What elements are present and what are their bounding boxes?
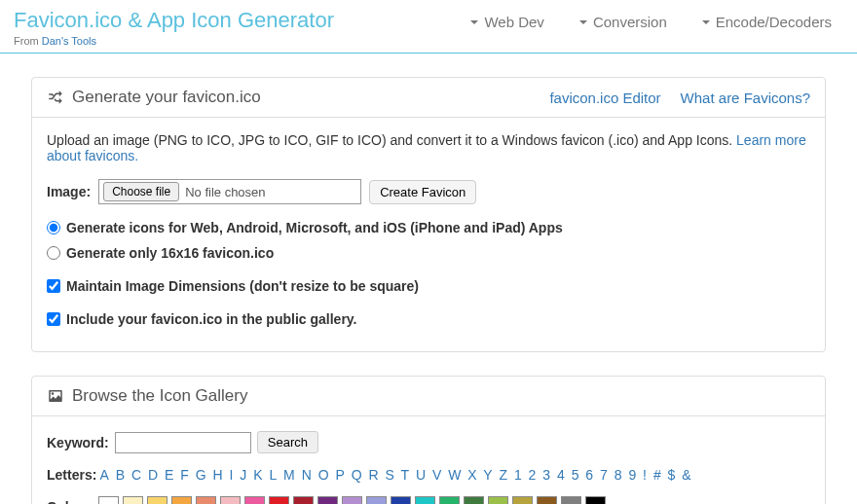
letter-link[interactable]: &: [682, 467, 690, 483]
letter-link[interactable]: 1: [514, 467, 522, 483]
color-swatch[interactable]: [366, 496, 387, 504]
color-swatch[interactable]: [585, 496, 606, 504]
generate-panel: Generate your favicon.ico favicon.ico Ed…: [31, 77, 826, 352]
color-swatch[interactable]: [464, 496, 484, 504]
maintain-dimensions-label: Maintain Image Dimensions (don't resize …: [66, 278, 419, 294]
generate-16-radio[interactable]: [47, 246, 60, 260]
letter-link[interactable]: V: [432, 467, 441, 483]
letters-label: Letters:: [47, 467, 96, 483]
letter-link[interactable]: S: [385, 467, 393, 483]
color-swatch[interactable]: [439, 496, 460, 504]
letter-link[interactable]: J: [240, 467, 246, 483]
color-swatch[interactable]: [512, 496, 533, 504]
color-swatch[interactable]: [317, 496, 338, 504]
color-swatch[interactable]: [220, 496, 241, 504]
letter-link[interactable]: 3: [542, 467, 550, 483]
letter-link[interactable]: W: [448, 467, 461, 483]
color-swatch[interactable]: [244, 496, 265, 504]
color-swatch[interactable]: [293, 496, 314, 504]
site-subtitle: From Dan's Tools: [14, 35, 334, 47]
color-swatch[interactable]: [171, 496, 192, 504]
letter-link[interactable]: 6: [585, 467, 593, 483]
choose-file-button[interactable]: Choose file: [103, 182, 179, 201]
letter-link[interactable]: H: [212, 467, 222, 483]
color-swatch[interactable]: [537, 496, 557, 504]
image-label: Image:: [47, 184, 91, 199]
color-swatch[interactable]: [342, 496, 362, 504]
letter-link[interactable]: 2: [529, 467, 537, 483]
generate-full-radio[interactable]: [47, 221, 60, 234]
letter-link[interactable]: 9: [628, 467, 636, 483]
keyword-input[interactable]: [115, 432, 251, 453]
letter-link[interactable]: 5: [572, 467, 579, 483]
favicon-editor-link[interactable]: favicon.ico Editor: [549, 90, 660, 106]
color-swatch[interactable]: [147, 496, 168, 504]
maintain-dimensions-checkbox[interactable]: [47, 279, 60, 293]
color-swatch[interactable]: [488, 496, 508, 504]
color-swatch[interactable]: [98, 496, 119, 504]
letter-link[interactable]: P: [335, 467, 344, 483]
letter-link[interactable]: 4: [557, 467, 565, 483]
dans-tools-link[interactable]: Dan's Tools: [42, 35, 96, 47]
letter-link[interactable]: K: [253, 467, 262, 483]
letter-link[interactable]: D: [148, 467, 158, 483]
include-gallery-checkbox[interactable]: [47, 312, 60, 326]
letter-link[interactable]: M: [283, 467, 295, 483]
letter-link[interactable]: N: [302, 467, 312, 483]
letter-link[interactable]: X: [467, 467, 476, 483]
nav-encode-decoders[interactable]: Encode/Decoders: [702, 14, 832, 30]
letter-link[interactable]: I: [229, 467, 233, 483]
color-swatch[interactable]: [391, 496, 411, 504]
gallery-heading-text: Browse the Icon Gallery: [72, 386, 247, 406]
letters-row: Letters: A B C D E F G H I J K L M N O P…: [47, 467, 810, 483]
search-button[interactable]: Search: [257, 431, 318, 453]
letter-link[interactable]: R: [368, 467, 378, 483]
nav-web-dev[interactable]: Web Dev: [470, 14, 543, 30]
intro-text: Upload an image (PNG to ICO, JPG to ICO,…: [47, 132, 810, 163]
color-swatch[interactable]: [123, 496, 143, 504]
site-title-link[interactable]: Favicon.ico & App Icon Generator: [14, 8, 334, 32]
file-status-text: No file chosen: [185, 185, 265, 199]
letter-link[interactable]: #: [653, 467, 661, 483]
generate-panel-heading: Generate your favicon.ico favicon.ico Ed…: [32, 78, 825, 118]
colors-label: Colors:: [47, 499, 94, 505]
letter-link[interactable]: !: [643, 467, 647, 483]
color-swatch[interactable]: [196, 496, 216, 504]
picture-icon: [47, 387, 64, 405]
letter-link[interactable]: A: [99, 467, 108, 483]
letter-link[interactable]: L: [269, 467, 277, 483]
caret-down-icon: [470, 20, 478, 24]
letter-link[interactable]: 8: [615, 467, 622, 483]
letter-link[interactable]: 7: [600, 467, 608, 483]
letter-link[interactable]: U: [416, 467, 426, 483]
caret-down-icon: [702, 20, 710, 24]
nav-conversion[interactable]: Conversion: [579, 14, 667, 30]
letter-link[interactable]: O: [318, 467, 329, 483]
shuffle-icon: [47, 89, 64, 106]
file-input[interactable]: Choose file No file chosen: [98, 179, 361, 204]
letter-link[interactable]: $: [668, 467, 676, 483]
letter-link[interactable]: Z: [499, 467, 507, 483]
caret-down-icon: [579, 20, 587, 24]
color-swatch[interactable]: [561, 496, 581, 504]
color-swatch[interactable]: [269, 496, 289, 504]
color-swatch[interactable]: [415, 496, 435, 504]
letter-link[interactable]: Y: [483, 467, 492, 483]
keyword-label: Keyword:: [47, 435, 109, 450]
colors-row: Colors:: [47, 496, 810, 504]
top-nav: Web Dev Conversion Encode/Decoders: [470, 8, 843, 30]
letter-link[interactable]: B: [116, 467, 125, 483]
letter-link[interactable]: C: [131, 467, 141, 483]
letter-link[interactable]: G: [196, 467, 206, 483]
site-header: Favicon.ico & App Icon Generator From Da…: [0, 0, 857, 54]
letter-link[interactable]: Q: [352, 467, 362, 483]
letter-link[interactable]: F: [180, 467, 189, 483]
letter-link[interactable]: T: [400, 467, 409, 483]
gallery-panel: Browse the Icon Gallery Keyword: Search …: [31, 376, 826, 504]
what-are-favicons-link[interactable]: What are Favicons?: [681, 90, 810, 106]
generate-heading-text: Generate your favicon.ico: [72, 88, 261, 107]
include-gallery-label: Include your favicon.ico in the public g…: [66, 311, 356, 327]
gallery-panel-heading: Browse the Icon Gallery: [32, 377, 825, 416]
letter-link[interactable]: E: [165, 467, 173, 483]
create-favicon-button[interactable]: Create Favicon: [369, 180, 476, 204]
